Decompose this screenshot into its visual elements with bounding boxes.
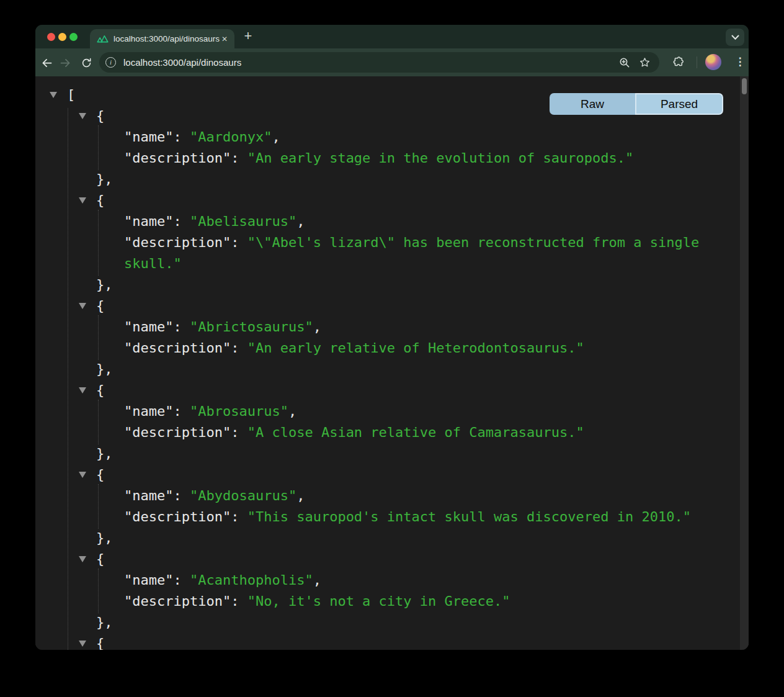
collapse-toggle-icon[interactable]: [50, 92, 57, 98]
comma: ,: [288, 403, 296, 419]
json-entry: {"name": "Acanthopholis","description": …: [35, 549, 740, 633]
json-string-value: "A close Asian relative of Camarasaurus.…: [247, 425, 584, 440]
url-bar[interactable]: i localhost:3000/api/dinosaurs: [99, 52, 659, 73]
new-tab-button[interactable]: +: [239, 27, 257, 46]
back-icon: [40, 56, 53, 70]
json-string-value: "Aardonyx": [190, 129, 272, 145]
json-string-value: "An early stage in the evolution of saur…: [247, 150, 634, 166]
json-key: "description":: [124, 235, 247, 250]
comma: ,: [296, 214, 305, 229]
json-tree: [{"name": "Aardonyx","description": "An …: [35, 76, 740, 650]
json-row: "name": "Aardonyx",: [35, 127, 740, 148]
comma: ,: [296, 488, 305, 503]
json-row: {: [35, 380, 740, 401]
traffic-light-minimize-button[interactable]: [58, 33, 66, 41]
comma: ,: [313, 319, 321, 335]
back-button[interactable]: [37, 53, 56, 72]
json-row: {: [35, 633, 740, 650]
json-row: "description": "An early relative of Het…: [35, 338, 740, 359]
json-entry: {"name": "Abelisaurus","description": "\…: [35, 190, 740, 295]
object-open-brace: {: [96, 382, 104, 398]
extensions-button[interactable]: [672, 55, 684, 68]
json-row: {: [35, 190, 740, 211]
json-string-value: "Acanthopholis": [190, 572, 313, 588]
close-tab-icon[interactable]: ✕: [220, 34, 229, 44]
json-entry: {"name": "Abrictosaurus","description": …: [35, 295, 740, 380]
collapse-toggle-icon[interactable]: [79, 556, 86, 562]
array-open-bracket: [: [67, 87, 75, 102]
json-string-value: "Abelisaurus": [190, 214, 296, 229]
forward-icon: [59, 56, 72, 70]
json-row: "description": "\"Abel's lizard\" has be…: [35, 232, 740, 274]
json-row: "description": "An early stage in the ev…: [35, 148, 740, 169]
json-key: "name":: [124, 214, 190, 229]
tab-title: localhost:3000/api/dinosaurs: [114, 34, 220, 43]
json-string-value: "Abydosaurus": [190, 488, 296, 503]
parsed-button[interactable]: Parsed: [635, 93, 723, 115]
extensions-puzzle-icon: [672, 55, 684, 68]
json-viewer-page: [{"name": "Aardonyx","description": "An …: [35, 76, 749, 650]
collapse-toggle-icon[interactable]: [79, 197, 86, 204]
browser-menu-button[interactable]: ⋮: [733, 55, 747, 70]
json-string-value: "This sauropod's intact skull was discov…: [247, 509, 691, 524]
traffic-light-close-button[interactable]: [47, 33, 55, 41]
collapse-toggle-icon[interactable]: [79, 113, 86, 119]
json-key: "description":: [124, 340, 247, 356]
object-open-brace: {: [96, 108, 104, 124]
browser-tab[interactable]: localhost:3000/api/dinosaurs ✕: [90, 29, 234, 48]
object-close-brace: },: [96, 446, 113, 461]
scrollbar-track[interactable]: [740, 76, 749, 650]
collapse-toggle-icon[interactable]: [79, 303, 86, 309]
json-row: {: [35, 464, 740, 485]
json-key: "name":: [124, 319, 190, 335]
object-open-brace: {: [96, 467, 104, 482]
collapse-toggle-icon[interactable]: [79, 641, 86, 647]
forward-button[interactable]: [56, 53, 74, 72]
tab-strip: localhost:3000/api/dinosaurs ✕ +: [35, 25, 749, 48]
object-open-brace: {: [96, 636, 104, 650]
traffic-light-maximize-button[interactable]: [69, 33, 78, 41]
json-row: "name": "Abydosaurus",: [35, 485, 740, 506]
json-row: "description": "A close Asian relative o…: [35, 422, 740, 443]
json-row: "name": "Abelisaurus",: [35, 211, 740, 232]
json-row: "description": "This sauropod's intact s…: [35, 506, 740, 528]
json-key: "description":: [124, 509, 247, 524]
json-key: "name":: [124, 403, 190, 419]
object-close-brace: },: [96, 277, 113, 292]
tab-search-button[interactable]: [726, 29, 744, 46]
json-key: "name":: [124, 572, 190, 588]
raw-button[interactable]: Raw: [550, 93, 635, 115]
collapse-toggle-icon[interactable]: [79, 387, 86, 393]
bookmark-star-icon[interactable]: [639, 56, 651, 68]
json-string-value: "Abrictosaurus": [190, 319, 313, 335]
profile-avatar[interactable]: [705, 54, 721, 70]
json-row: },: [35, 612, 740, 633]
json-row: },: [35, 274, 740, 295]
url-text[interactable]: localhost:3000/api/dinosaurs: [123, 57, 619, 68]
json-row: "name": "Abrosaurus",: [35, 401, 740, 422]
comma: ,: [313, 572, 321, 588]
json-row: "name": "Acanthopholis",: [35, 570, 740, 591]
json-string-value: "An early relative of Heterodontosaurus.…: [247, 340, 584, 356]
json-row: {: [35, 295, 740, 317]
reload-button[interactable]: [77, 53, 96, 72]
site-info-icon[interactable]: i: [105, 57, 116, 68]
raw-parsed-toggle: Raw Parsed: [550, 93, 723, 115]
reload-icon: [81, 57, 92, 69]
object-close-brace: },: [96, 530, 113, 546]
json-entry: {"name": "Abydosaurus","description": "T…: [35, 464, 740, 549]
zoom-in-icon[interactable]: [619, 57, 630, 68]
json-key: "description":: [124, 150, 247, 166]
browser-toolbar: i localhost:3000/api/dinosaurs: [35, 48, 749, 76]
browser-window: localhost:3000/api/dinosaurs ✕ +: [35, 25, 749, 650]
screen: localhost:3000/api/dinosaurs ✕ +: [0, 0, 784, 697]
scrollbar-thumb[interactable]: [742, 78, 747, 94]
object-close-brace: },: [96, 614, 113, 630]
json-row: },: [35, 169, 740, 190]
object-open-brace: {: [96, 298, 104, 313]
toolbar-divider: [697, 56, 697, 68]
object-close-brace: },: [96, 171, 113, 187]
nuxt-favicon-icon: [97, 34, 109, 43]
object-open-brace: {: [96, 551, 104, 567]
collapse-toggle-icon[interactable]: [79, 472, 86, 478]
